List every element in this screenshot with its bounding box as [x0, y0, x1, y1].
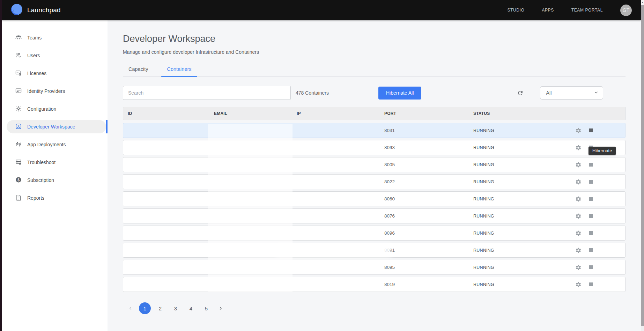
table-row[interactable]: 8019 RUNNING: [123, 277, 626, 292]
hibernate-stop-icon[interactable]: [589, 214, 593, 218]
settings-gear-icon[interactable]: [575, 196, 582, 202]
settings-gear-icon[interactable]: [575, 127, 582, 134]
page-button-2[interactable]: 2: [154, 302, 166, 314]
status-cell: RUNNING: [473, 214, 575, 219]
scroll-up-icon[interactable]: ▲: [641, 0, 644, 5]
topnav-team-portal[interactable]: TEAM PORTAL: [571, 8, 603, 13]
top-bar: Launchpad STUDIO APPS TEAM PORTAL GT: [2, 0, 641, 20]
reports-icon: [15, 194, 22, 202]
sidebar-item-label: Licenses: [27, 71, 46, 76]
table-row[interactable]: 8091 RUNNING: [123, 243, 626, 258]
status-cell: RUNNING: [473, 248, 575, 253]
status-cell: RUNNING: [473, 282, 575, 287]
page-button-1[interactable]: 1: [139, 302, 151, 314]
hibernate-stop-icon[interactable]: [589, 248, 593, 252]
toolbar: 478 Containers Hibernate All All: [123, 86, 626, 100]
filter-dropdown[interactable]: All: [540, 86, 603, 100]
sidebar-item-troubleshoot[interactable]: Troubleshoot: [7, 156, 106, 169]
next-page-icon[interactable]: [216, 303, 225, 313]
page-button-3[interactable]: 3: [170, 302, 182, 314]
settings-gear-icon[interactable]: [575, 281, 582, 288]
settings-gear-icon[interactable]: [575, 179, 582, 185]
svg-text:$: $: [17, 178, 20, 182]
sidebar-item-app-deployments[interactable]: App Deployments: [7, 138, 106, 151]
search-input[interactable]: [123, 86, 291, 100]
refresh-icon[interactable]: [516, 89, 524, 97]
port-cell: 8076: [384, 213, 473, 219]
table-row[interactable]: 8093 RUNNING: [123, 140, 626, 155]
sidebar-item-label: Configuration: [27, 106, 56, 112]
app-deployments-icon: [15, 141, 22, 149]
tab-capacity[interactable]: Capacity: [123, 64, 154, 76]
tab-bar: Capacity Containers: [123, 64, 626, 77]
hibernate-all-button[interactable]: Hibernate All: [378, 87, 421, 100]
tab-containers[interactable]: Containers: [161, 64, 197, 76]
status-cell: RUNNING: [473, 197, 575, 201]
hibernate-stop-icon[interactable]: [589, 128, 593, 132]
page-button-5[interactable]: 5: [200, 302, 212, 314]
port-cell: 8096: [384, 230, 473, 236]
launchpad-logo-icon: [11, 3, 23, 17]
table-row[interactable]: 8076 RUNNING: [123, 208, 626, 223]
settings-gear-icon[interactable]: [575, 162, 582, 168]
pagination: 1 2 3 4 5: [126, 302, 641, 314]
topnav-apps[interactable]: APPS: [542, 8, 554, 13]
column-header-email: EMAIL: [214, 111, 297, 116]
sidebar-item-subscription[interactable]: $ Subscription: [7, 174, 106, 187]
redaction-smudge: [276, 244, 391, 257]
teams-icon: [15, 34, 22, 42]
subscription-icon: $: [15, 176, 22, 184]
port-cell: 8031: [384, 128, 473, 133]
table-header-row: ID EMAIL IP PORT STATUS: [123, 107, 626, 120]
table-row[interactable]: 8022 RUNNING: [123, 174, 626, 189]
table-row[interactable]: 8060 RUNNING: [123, 191, 626, 206]
page-subtitle: Manage and configure developer Infrastru…: [123, 49, 641, 55]
column-header-ip: IP: [297, 111, 384, 116]
sidebar: Teams Users Licenses Identity Providers …: [2, 20, 108, 331]
filter-dropdown-value: All: [546, 90, 552, 96]
settings-gear-icon[interactable]: [575, 247, 582, 253]
status-cell: RUNNING: [473, 162, 575, 167]
hibernate-stop-icon[interactable]: [589, 197, 593, 201]
table-row[interactable]: 8005 RUNNING: [123, 157, 626, 172]
table-row[interactable]: 8031 RUNNING: [123, 123, 626, 138]
settings-gear-icon[interactable]: [575, 230, 582, 236]
hibernate-stop-icon[interactable]: [589, 265, 593, 269]
page-button-4[interactable]: 4: [185, 302, 197, 314]
port-cell: 8005: [384, 162, 473, 167]
hibernate-stop-icon[interactable]: [589, 282, 593, 286]
avatar[interactable]: GT: [620, 5, 632, 16]
settings-gear-icon[interactable]: [575, 145, 582, 151]
settings-gear-icon[interactable]: [575, 213, 582, 219]
sidebar-item-label: Developer Workspace: [27, 124, 75, 130]
table-row[interactable]: 8096 RUNNING: [123, 226, 626, 241]
launchpad-app: Launchpad STUDIO APPS TEAM PORTAL GT Tea…: [0, 0, 644, 331]
identity-providers-icon: [15, 87, 22, 95]
page-scrollbar[interactable]: ▲: [641, 0, 644, 331]
hibernate-stop-icon[interactable]: [589, 231, 593, 235]
sidebar-item-teams[interactable]: Teams: [7, 31, 106, 44]
hibernate-stop-icon[interactable]: [589, 163, 593, 167]
sidebar-item-developer-workspace[interactable]: Developer Workspace: [7, 120, 106, 133]
settings-gear-icon[interactable]: [575, 264, 582, 271]
sidebar-item-users[interactable]: Users: [7, 49, 106, 62]
status-cell: RUNNING: [473, 128, 575, 133]
hibernate-tooltip: Hibernate: [589, 147, 616, 155]
sidebar-item-label: Subscription: [27, 177, 54, 183]
sidebar-item-label: Users: [27, 53, 40, 58]
scrollbar-thumb[interactable]: [641, 5, 644, 326]
sidebar-item-reports[interactable]: Reports: [7, 191, 106, 205]
hibernate-stop-icon[interactable]: [589, 180, 593, 184]
sidebar-item-licenses[interactable]: Licenses: [7, 67, 106, 80]
status-cell: RUNNING: [473, 231, 575, 236]
table-row[interactable]: 8095 RUNNING: [123, 260, 626, 275]
sidebar-item-identity-providers[interactable]: Identity Providers: [7, 84, 106, 98]
main-content: Developer Workspace Manage and configure…: [108, 20, 641, 331]
port-cell: 8019: [384, 282, 473, 287]
port-cell: 8095: [384, 265, 473, 270]
topnav-studio[interactable]: STUDIO: [507, 8, 524, 13]
prev-page-icon[interactable]: [126, 303, 135, 313]
sidebar-item-configuration[interactable]: Configuration: [7, 102, 106, 116]
brand[interactable]: Launchpad: [11, 3, 61, 17]
column-header-port: PORT: [384, 111, 473, 116]
